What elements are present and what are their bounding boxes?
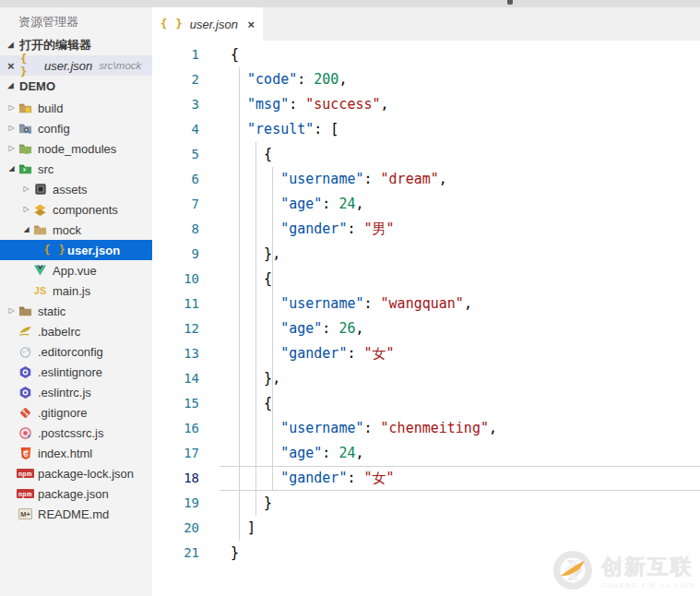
tree-item-package-json[interactable]: npmpackage.json	[0, 483, 152, 504]
tree-item-components[interactable]: ▷components	[0, 199, 152, 220]
code-text: "gander": "女"	[231, 341, 700, 366]
tree-item-static[interactable]: ▷static	[0, 301, 152, 321]
code-line-content[interactable]: "username": "dream",	[219, 167, 700, 192]
line-number: 18	[152, 466, 219, 491]
code-editor[interactable]: 1{2 "code": 200,3 "msg": "success",4 "re…	[152, 41, 700, 596]
tree-item-label: node_modules	[38, 142, 116, 156]
code-line-16[interactable]: 16 "username": "chenmeiting",	[152, 416, 700, 441]
code-line-13[interactable]: 13 "gander": "女"	[152, 341, 700, 366]
tab-bar: { } user.json ×	[152, 7, 700, 41]
twisty-collapsed-icon[interactable]: ▷	[20, 179, 32, 199]
code-line-content[interactable]: },	[219, 366, 700, 391]
tree-item-build[interactable]: ▷build	[0, 98, 152, 118]
node-modules-folder-icon	[18, 141, 33, 156]
code-line-1[interactable]: 1{	[152, 42, 700, 67]
tree-item-mock[interactable]: ◢mock	[0, 220, 152, 240]
tree-item-label: static	[38, 304, 65, 318]
line-number: 16	[152, 416, 219, 441]
code-line-content[interactable]: "gander": "男"	[219, 217, 700, 242]
close-icon[interactable]: ×	[7, 59, 20, 73]
git-file-icon	[18, 405, 33, 420]
code-line-content[interactable]: {	[219, 391, 700, 416]
code-line-8[interactable]: 8 "gander": "男"	[152, 217, 700, 242]
tree-item-label: config	[38, 122, 70, 136]
tree-item-label: index.html	[38, 447, 92, 460]
twisty-collapsed-icon[interactable]: ▷	[6, 98, 18, 118]
code-line-17[interactable]: 17 "age": 24,	[152, 441, 700, 466]
code-line-15[interactable]: 15 {	[152, 391, 700, 416]
twisty-collapsed-icon[interactable]: ▷	[20, 199, 32, 220]
tab-user-json[interactable]: { } user.json ×	[152, 7, 263, 41]
tree-item-assets[interactable]: ▷assets	[0, 179, 152, 199]
npm-file-icon: npm	[18, 466, 33, 481]
code-line-10[interactable]: 10 {	[152, 267, 700, 292]
code-line-19[interactable]: 19 }	[152, 491, 700, 516]
tree-item--eslintignore[interactable]: .eslintignore	[0, 362, 152, 382]
code-line-content[interactable]: "msg": "success",	[219, 92, 700, 117]
code-text: ]	[231, 516, 700, 541]
code-line-content[interactable]: "age": 24,	[219, 192, 700, 217]
tree-item-node-modules[interactable]: ▷node_modules	[0, 138, 152, 159]
code-line-14[interactable]: 14 },	[152, 366, 700, 391]
tree-item-label: src	[38, 162, 53, 176]
code-line-3[interactable]: 3 "msg": "success",	[152, 92, 700, 117]
code-line-6[interactable]: 6 "username": "dream",	[152, 167, 700, 192]
tab-close-icon[interactable]: ×	[247, 18, 255, 31]
code-text: {	[231, 391, 700, 416]
code-line-content[interactable]: "username": "wangquan",	[219, 292, 700, 316]
tree-item--postcssrc-js[interactable]: .postcssrc.js	[0, 423, 152, 443]
tree-item-config[interactable]: ▷config	[0, 118, 152, 138]
tree-item-main-js[interactable]: JSmain.js	[0, 280, 152, 301]
code-line-5[interactable]: 5 {	[152, 142, 700, 167]
code-line-7[interactable]: 7 "age": 24,	[152, 192, 700, 217]
tree-item-index-html[interactable]: index.html	[0, 443, 152, 463]
code-line-content[interactable]: "gander": "女"	[219, 466, 700, 491]
tree-item--eslintrc-js[interactable]: .eslintrc.js	[0, 382, 152, 402]
code-text: "username": "wangquan",	[231, 292, 700, 316]
tree-item-app-vue[interactable]: App.vue	[0, 260, 152, 280]
code-line-11[interactable]: 11 "username": "wangquan",	[152, 292, 700, 316]
code-line-content[interactable]: "gander": "女"	[219, 341, 700, 366]
code-line-content[interactable]: "age": 24,	[219, 441, 700, 466]
code-line-content[interactable]: {	[219, 267, 700, 292]
project-section-header[interactable]: ◢ DEMO	[0, 76, 152, 96]
code-line-content[interactable]: }	[219, 491, 700, 516]
tree-item--editorconfig[interactable]: .editorconfig	[0, 341, 152, 362]
section-expanded-twisty-icon[interactable]: ◢	[5, 35, 17, 55]
twisty-collapsed-icon[interactable]: ▷	[6, 301, 18, 321]
code-line-content[interactable]: "code": 200,	[219, 67, 700, 92]
tree-item-package-lock-json[interactable]: npmpackage-lock.json	[0, 463, 152, 483]
code-line-content[interactable]: },	[219, 242, 700, 267]
tree-item-label: App.vue	[53, 264, 97, 278]
twisty-collapsed-icon[interactable]: ▷	[6, 138, 18, 159]
src-folder-icon	[18, 161, 33, 176]
twisty-expanded-icon[interactable]: ◢	[6, 159, 18, 179]
code-line-9[interactable]: 9 },	[152, 242, 700, 267]
code-line-content[interactable]: {	[219, 42, 700, 67]
line-number: 13	[152, 341, 219, 366]
tree-item--babelrc[interactable]: .babelrc	[0, 321, 152, 341]
json-file-icon: { }	[47, 243, 63, 257]
tree-item-src[interactable]: ◢src	[0, 159, 152, 179]
tree-item-user-json[interactable]: { }user.json	[0, 240, 152, 260]
tree-item-label: .eslintignore	[38, 365, 102, 379]
code-line-content[interactable]: "age": 26,	[219, 316, 700, 341]
tree-item-readme-md[interactable]: M+README.md	[0, 504, 152, 524]
code-line-20[interactable]: 20 ]	[152, 516, 700, 541]
code-line-content[interactable]: "result": [	[219, 117, 700, 142]
twisty-collapsed-icon[interactable]: ▷	[6, 118, 18, 138]
tree-item--gitignore[interactable]: .gitignore	[0, 402, 152, 423]
tree-item-label: .eslintrc.js	[38, 386, 91, 399]
code-line-12[interactable]: 12 "age": 26,	[152, 316, 700, 341]
code-line-content[interactable]: "username": "chenmeiting",	[219, 416, 700, 441]
code-line-content[interactable]: ]	[219, 516, 700, 541]
code-line-18[interactable]: 18 "gander": "女"	[152, 466, 700, 491]
open-editor-item-user-json[interactable]: × { } user.json src\mock	[0, 55, 152, 76]
twisty-expanded-icon[interactable]: ◢	[20, 220, 32, 240]
code-line-4[interactable]: 4 "result": [	[152, 117, 700, 142]
code-line-2[interactable]: 2 "code": 200,	[152, 67, 700, 92]
code-line-content[interactable]: {	[219, 142, 700, 167]
section-expanded-twisty-icon[interactable]: ◢	[5, 76, 17, 96]
js-file-icon: JS	[32, 283, 48, 298]
tree-item-label: .gitignore	[38, 406, 87, 420]
